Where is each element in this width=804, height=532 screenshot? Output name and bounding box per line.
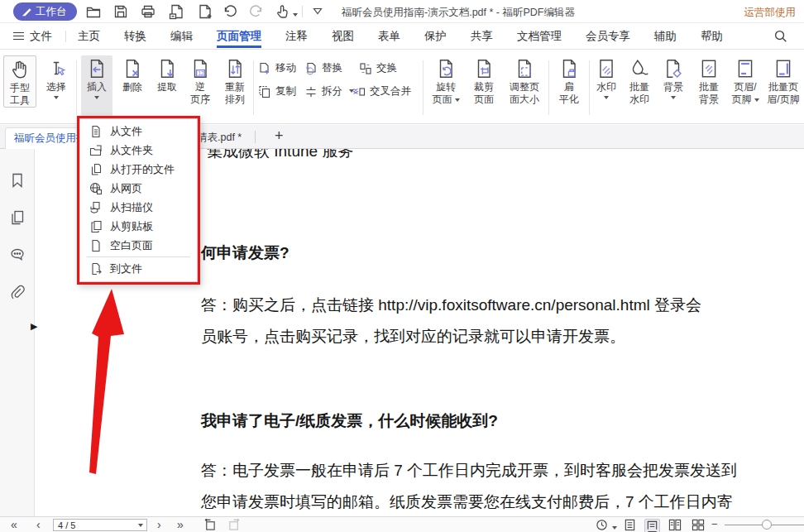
sidebar-expand-icon[interactable]: ▶ [31,321,37,332]
page-remove-icon[interactable] [168,3,184,20]
clock-caret-icon[interactable] [612,526,617,530]
last-page-button[interactable]: » [177,517,184,532]
tab-share[interactable]: 共享 [471,24,493,48]
tab-accessibility[interactable]: 辅助 [654,24,677,48]
touch-mode-caret-icon[interactable] [293,13,298,17]
tab-comment[interactable]: 注释 [285,24,308,48]
watermark-icon [596,58,617,79]
attachments-panel-icon[interactable] [9,284,26,300]
rearrange-icon [224,58,246,79]
question-2-heading: 我申请了电子/纸质发票，什么时候能收到? [201,410,498,432]
zoom-slider-handle[interactable] [762,520,772,530]
ribbon-divider [548,60,549,115]
ribbon: 手型 工具 选择 插入 删除 提取 12 逆 页序 重新 排列 移动 复制 [0,50,804,124]
insert-button[interactable]: 插入 [81,55,112,122]
menu-item-from-web[interactable]: 从网页 [80,179,197,198]
page-add-icon[interactable] [196,3,213,20]
tab-protect[interactable]: 保护 [424,24,447,48]
menu-item-from-clipboard[interactable]: 从剪贴板 [80,217,197,236]
open-file-icon[interactable] [85,3,102,20]
replace-button[interactable]: 替换 [304,61,342,75]
crop-pages-icon [473,58,495,79]
resize-pages-button[interactable]: 调整页 面大小 [504,55,545,106]
touch-mode-icon[interactable] [274,3,297,20]
previous-page-button[interactable]: ‹ [36,517,41,532]
tab-convert[interactable]: 转换 [124,24,146,48]
facing-view-icon[interactable] [668,519,682,531]
previous-view-icon[interactable] [203,519,216,531]
tab-member-exclusive[interactable]: 会员专享 [586,24,630,48]
pages-panel-icon[interactable] [9,209,26,226]
reverse-order-icon: 12 [189,58,211,79]
batch-watermark-icon [629,58,650,79]
flatten-button[interactable]: 扁 平化 [553,55,586,106]
extract-page-icon [156,58,178,79]
header-footer-button[interactable]: 页眉/ 页脚 [728,55,763,106]
crop-pages-button[interactable]: 裁剪 页面 [467,55,500,106]
continuous-view-icon[interactable] [644,519,660,532]
menu-item-from-file[interactable]: 从文件 [80,122,197,141]
header-footer-caret-icon [754,98,759,102]
tab-home[interactable]: 主页 [78,24,100,48]
ribbon-divider [423,60,424,115]
reverse-order-button[interactable]: 12 逆 页序 [185,55,215,106]
batch-watermark-button[interactable]: 批量 水印 [624,55,655,106]
answer-1-line-2: 员账号，点击购买记录，找到对应的记录就可以申请开发票。 [201,326,625,347]
next-page-button[interactable]: › [157,517,161,532]
from-file-icon [89,125,103,138]
search-icon[interactable] [773,29,787,43]
watermark-caret-icon [604,96,609,99]
zoom-out-button[interactable]: − [711,518,718,530]
batch-header-footer-button[interactable]: 批量页 眉/页脚 [764,55,802,106]
single-page-view-icon[interactable] [624,519,636,531]
rearrange-button[interactable]: 重新 排列 [218,55,251,106]
menu-item-to-file[interactable]: 到文件 [80,259,197,278]
tab-page-management[interactable]: 页面管理 [217,24,261,48]
collapse-toolbar-icon[interactable] [310,3,327,20]
file-menu[interactable]: 文件 [13,29,52,44]
tab-doc-management[interactable]: 文档管理 [517,24,562,48]
new-tab-button[interactable]: + [270,126,289,146]
tab-view[interactable]: 视图 [332,24,354,48]
bookmarks-panel-icon[interactable] [9,172,26,189]
menu-item-from-scanner[interactable]: 从扫描仪 [80,198,197,217]
copy-button[interactable]: 复制 [258,84,296,98]
hand-tool-button[interactable]: 手型 工具 [3,55,36,108]
swap-button[interactable]: 交换 [359,61,397,75]
workspace-button[interactable]: 工作台 [13,2,77,21]
menu-item-blank-page[interactable]: 空白页面 [80,236,197,255]
tab-edit[interactable]: 编辑 [170,24,193,48]
batch-background-button[interactable]: 批量 背景 [693,55,725,106]
navigation-sidebar [0,149,35,516]
select-button[interactable]: 选择 [40,55,73,99]
redo-icon[interactable] [248,3,265,20]
next-view-icon[interactable] [228,519,241,531]
tab-help[interactable]: 帮助 [701,24,723,48]
first-page-button[interactable]: « [11,517,17,532]
rotate-pages-button[interactable]: 旋转 页面 [428,55,464,106]
page-number-combo[interactable]: 4 / 5 [53,519,147,531]
move-button[interactable]: 移动 [258,61,296,75]
delete-button[interactable]: 删除 [117,55,148,93]
auto-scroll-clock-icon[interactable] [596,519,608,531]
menu-item-from-folder[interactable]: 从文件夹 [80,141,197,160]
cross-merge-button[interactable]: 交叉合并 [352,84,411,98]
extract-button[interactable]: 提取 [151,55,183,93]
split-button[interactable]: 拆分 [304,84,354,98]
answer-1-line-1: 答：购买之后，点击链接 http://vip.foxitsoftware.cn/… [201,295,701,316]
menu-item-from-open-files[interactable]: 从打开的文件 [80,160,197,179]
print-icon[interactable] [140,3,156,20]
save-icon[interactable] [112,3,129,20]
ribbon-divider [76,60,77,115]
facing-continuous-view-icon[interactable] [692,519,705,531]
delete-page-icon [122,58,143,79]
tab-form[interactable]: 表单 [378,24,400,48]
undo-icon[interactable] [222,3,238,20]
comments-panel-icon[interactable] [9,247,26,263]
document-tab-2[interactable]: 清表.pdf * [197,131,242,145]
insert-dropdown-menu: 从文件 从文件夹 从打开的文件 从网页 从扫描仪 从剪贴板 空白页面 [79,118,198,282]
watermark-button[interactable]: 水印 [592,55,620,99]
background-button[interactable]: 背景 [659,55,687,99]
page-indicator: 4 / 5 [58,520,75,530]
account-label[interactable]: 运营部使用 [744,6,797,20]
